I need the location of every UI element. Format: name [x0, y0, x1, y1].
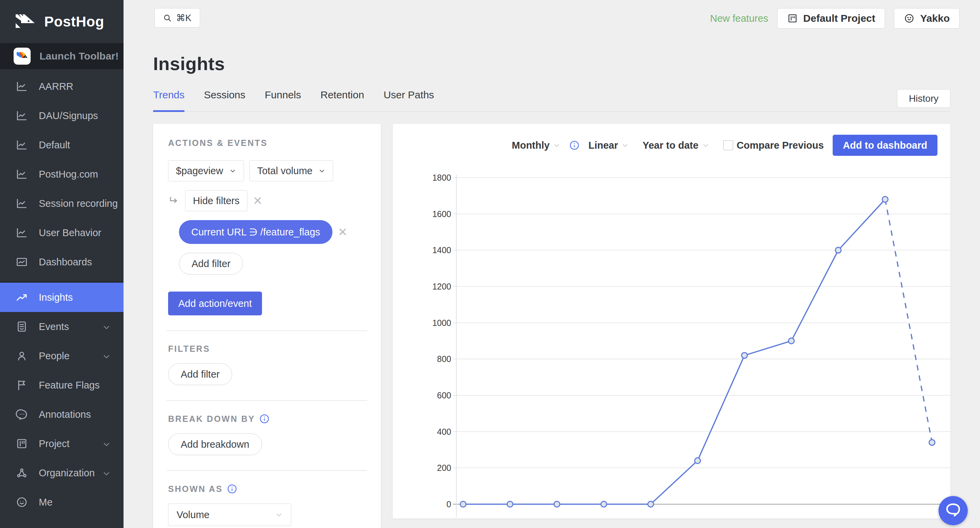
project-switcher-button[interactable]: Default Project [777, 8, 885, 29]
events-list-icon [16, 320, 28, 333]
math-select[interactable]: Total volume [250, 160, 334, 181]
sidebar-item-label: Organization [39, 468, 95, 479]
sidebar-item-label: Insights [39, 292, 73, 303]
event-select[interactable]: $pageview [168, 160, 244, 181]
chevron-down-icon [229, 167, 236, 174]
y-tick-label: 1400 [432, 245, 451, 255]
data-point-marker[interactable] [929, 439, 935, 445]
launch-toolbar-label: Launch Toolbar! [40, 50, 119, 62]
data-point-marker[interactable] [601, 501, 607, 507]
display-mode-select[interactable]: Linear [588, 140, 629, 151]
sidebar-item-posthog-com[interactable]: PostHog.com [0, 159, 124, 189]
tab-retention[interactable]: Retention [321, 89, 364, 112]
chevron-down-icon [553, 142, 560, 149]
chevron-down-icon [102, 439, 111, 448]
chart-line-icon [16, 197, 28, 210]
sidebar-item-label: People [39, 350, 69, 362]
sidebar-item-events[interactable]: Events [0, 312, 124, 341]
new-features-link[interactable]: New features [710, 13, 768, 24]
y-tick-label: 1200 [432, 282, 451, 291]
chevron-down-icon [702, 142, 710, 149]
panel-divider [167, 470, 367, 471]
sidebar-item-project[interactable]: Project [0, 429, 124, 458]
shown-as-title: SHOWN AS [168, 484, 366, 494]
chevron-down-icon [318, 167, 325, 174]
y-tick-label: 600 [437, 391, 451, 400]
date-range-select[interactable]: Year to date [643, 140, 709, 151]
interval-select[interactable]: Monthly [512, 140, 560, 151]
hide-filters-label: Hide filters [193, 195, 240, 207]
toolbar-logo-icon [14, 48, 30, 65]
launch-toolbar-button[interactable]: Launch Toolbar! [0, 43, 124, 69]
shown-as-value: Volume [177, 509, 210, 520]
history-button[interactable]: History [897, 89, 950, 108]
data-point-marker[interactable] [648, 501, 654, 507]
tab-funnels[interactable]: Funnels [265, 89, 301, 112]
data-point-marker[interactable] [882, 197, 888, 202]
search-shortcut-label: ⌘K [176, 13, 191, 24]
posthog-logo[interactable]: PostHog [0, 0, 124, 43]
panel-divider [167, 330, 367, 331]
sidebar-item-label: User Behavior [39, 227, 102, 239]
page-title: Insights [153, 53, 950, 74]
sidebar-item-session-recording[interactable]: Session recording [0, 189, 124, 218]
sidebar-item-label: PostHog.com [39, 169, 98, 180]
remove-filter-icon[interactable]: ✕ [338, 226, 348, 238]
filters-add-filter-button[interactable]: Add filter [168, 363, 232, 385]
y-tick-label: 0 [447, 499, 451, 509]
hide-filters-button[interactable]: Hide filters [185, 190, 247, 211]
add-to-dashboard-button[interactable]: Add to dashboard [833, 135, 937, 156]
sidebar-item-me[interactable]: Me [0, 488, 124, 517]
sidebar-item-dashboards[interactable]: Dashboards [0, 247, 124, 277]
sidebar-item-user-behavior[interactable]: User Behavior [0, 218, 124, 247]
sidebar-item-feature-flags[interactable]: Feature Flags [0, 371, 124, 400]
add-action-event-button[interactable]: Add action/event [168, 291, 262, 315]
sidebar-item-insights[interactable]: Insights [0, 283, 124, 312]
chat-bubble-icon [945, 503, 961, 518]
tab-trends[interactable]: Trends [153, 89, 185, 112]
search-icon [163, 14, 172, 22]
shown-as-select[interactable]: Volume [168, 504, 291, 526]
data-point-marker[interactable] [507, 501, 513, 507]
data-point-marker[interactable] [741, 353, 747, 358]
sidebar-item-organization[interactable]: Organization [0, 458, 124, 488]
support-chat-button[interactable] [939, 496, 968, 525]
trend-up-icon [16, 291, 28, 304]
data-point-marker[interactable] [554, 501, 560, 507]
compare-previous-checkbox[interactable] [723, 140, 733, 150]
info-icon[interactable] [569, 140, 579, 150]
sidebar-item-aarrr[interactable]: AARRR [0, 72, 124, 101]
chart-box-icon [16, 256, 28, 268]
sidebar-item-label: Default [39, 140, 70, 151]
data-point-marker[interactable] [788, 338, 794, 344]
person-icon [16, 350, 28, 362]
info-icon[interactable] [227, 484, 237, 494]
tab-user-paths[interactable]: User Paths [383, 89, 434, 112]
chart-line-icon [16, 227, 28, 239]
add-filter-button[interactable]: Add filter [179, 253, 243, 275]
sidebar-item-people[interactable]: People [0, 341, 124, 371]
trend-line-dashed [885, 199, 932, 443]
data-point-marker[interactable] [695, 458, 701, 464]
tab-sessions[interactable]: Sessions [204, 89, 245, 112]
sidebar-item-annotations[interactable]: Annotations [0, 400, 124, 429]
interval-value: Monthly [512, 140, 550, 151]
user-menu-label: Yakko [920, 13, 950, 24]
trends-line-chart[interactable]: 020040060080010001200140016001800 [393, 161, 950, 518]
url-filter-pill[interactable]: Current URL ∋ /feature_flags [179, 220, 332, 244]
math-select-value: Total volume [257, 165, 313, 177]
add-breakdown-button[interactable]: Add breakdown [168, 433, 262, 455]
sidebar-item-default[interactable]: Default [0, 130, 124, 159]
compare-previous-label: Compare Previous [737, 140, 824, 151]
shown-as-title-text: SHOWN AS [168, 484, 223, 494]
search-button[interactable]: ⌘K [154, 8, 200, 27]
remove-event-icon[interactable]: ✕ [253, 195, 263, 207]
sidebar-item-dau-signups[interactable]: DAU/Signups [0, 101, 124, 130]
actions-events-title: ACTIONS & EVENTS [168, 138, 366, 148]
info-icon[interactable] [259, 414, 269, 424]
data-point-marker[interactable] [460, 501, 466, 507]
user-menu-button[interactable]: Yakko [894, 8, 959, 29]
sidebar-item-label: Events [39, 321, 69, 332]
data-point-marker[interactable] [835, 247, 841, 253]
topbar: ⌘K New features Default Project [154, 8, 959, 29]
